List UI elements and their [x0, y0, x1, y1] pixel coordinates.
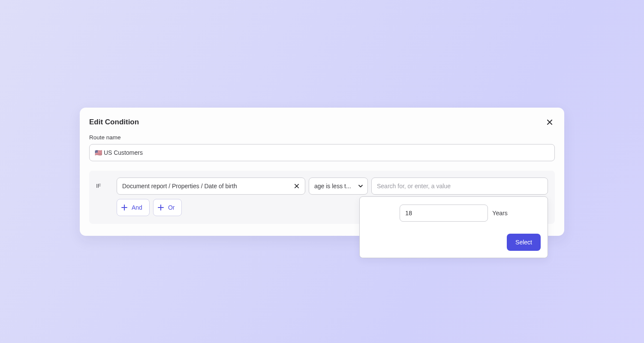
- add-and-button[interactable]: And: [117, 199, 150, 216]
- value-input[interactable]: [371, 178, 548, 195]
- property-select[interactable]: Document report / Properties / Date of b…: [117, 178, 305, 195]
- dialog-header: Edit Condition: [89, 117, 555, 127]
- property-value: Document report / Properties / Date of b…: [122, 183, 293, 190]
- plus-icon: [158, 205, 164, 211]
- plus-icon: [121, 205, 127, 211]
- condition-block: IF Document report / Properties / Date o…: [89, 171, 555, 224]
- select-row: Select: [367, 234, 541, 251]
- add-or-button[interactable]: Or: [153, 199, 182, 216]
- close-icon: [547, 120, 552, 125]
- clear-property-button[interactable]: [293, 182, 301, 190]
- condition-row: IF Document report / Properties / Date o…: [96, 178, 548, 195]
- route-name-input[interactable]: [89, 144, 555, 161]
- operator-select[interactable]: age is less t...: [309, 178, 368, 195]
- route-name-label: Route name: [89, 134, 555, 141]
- close-button[interactable]: [545, 117, 555, 127]
- select-button[interactable]: Select: [507, 234, 541, 251]
- dialog-title: Edit Condition: [89, 118, 139, 126]
- if-label: IF: [96, 183, 113, 189]
- age-value-input[interactable]: [400, 205, 488, 222]
- edit-condition-dialog: Edit Condition Route name IF Document re…: [80, 108, 564, 236]
- age-unit-label: Years: [492, 210, 507, 217]
- and-label: And: [132, 204, 142, 211]
- age-value-row: Years: [367, 205, 541, 222]
- or-label: Or: [168, 204, 175, 211]
- chevron-down-icon: [358, 184, 363, 189]
- age-dropdown-panel: Years Select: [359, 196, 548, 258]
- value-input-wrap: [371, 178, 548, 195]
- close-icon: [295, 184, 299, 188]
- operator-value: age is less t...: [314, 183, 355, 190]
